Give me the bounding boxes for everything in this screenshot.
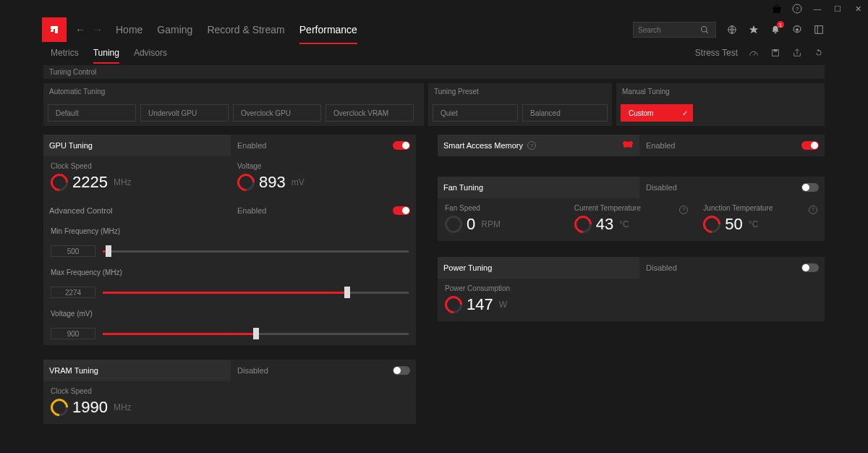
mode-custom[interactable]: Custom [621, 104, 693, 122]
tuning-preset-label: Tuning Preset [428, 83, 612, 100]
nav-back-icon[interactable]: ← [75, 24, 85, 35]
advanced-toggle[interactable] [393, 206, 410, 215]
mode-default[interactable]: Default [48, 104, 136, 122]
star-icon[interactable] [748, 24, 760, 35]
manual-tuning-label: Manual Tuning [616, 83, 825, 100]
voltage-label: Voltage [237, 162, 409, 170]
nav-performance[interactable]: Performance [299, 20, 357, 40]
max-freq-slider[interactable] [103, 292, 409, 294]
layout-icon[interactable] [813, 24, 825, 35]
power-state: Disabled [646, 263, 677, 272]
export-icon[interactable] [791, 47, 803, 59]
settings-icon[interactable] [791, 24, 803, 35]
search-box[interactable] [633, 22, 716, 38]
tuning-control-header: Tuning Control [43, 65, 825, 79]
clock-speed-value: 2225 [72, 173, 108, 192]
preset-quiet[interactable]: Quiet [433, 104, 518, 122]
svg-rect-6 [815, 26, 823, 34]
fan-tuning-title: Fan Tuning [443, 183, 483, 192]
min-freq-input[interactable]: 500 [51, 245, 95, 257]
nav-gaming[interactable]: Gaming [157, 20, 192, 40]
max-freq-input[interactable]: 2274 [51, 287, 95, 298]
clock-unit: MHz [114, 177, 132, 187]
mode-overclock-vram[interactable]: Overclock VRAM [326, 104, 414, 122]
gpu-tuning-title: GPU Tuning [49, 141, 93, 150]
preset-balanced[interactable]: Balanced [522, 104, 608, 122]
bell-icon[interactable]: 1 [770, 24, 781, 35]
svg-point-2 [702, 27, 707, 33]
fan-gauge-icon [441, 212, 466, 237]
custom-label: Custom [629, 109, 653, 117]
fan-speed-value: 0 [467, 215, 475, 234]
vram-clock-value: 1990 [72, 398, 108, 417]
promo-icon[interactable] [771, 3, 783, 14]
power-tuning-title: Power Tuning [443, 263, 492, 272]
svg-line-3 [706, 31, 707, 33]
power-label: Power Consumption [445, 284, 817, 292]
reset-icon[interactable] [813, 47, 825, 59]
voltage-unit: mV [292, 177, 305, 187]
mode-undervolt[interactable]: Undervolt GPU [140, 104, 229, 122]
automatic-tuning-label: Automatic Tuning [43, 83, 424, 100]
cur-temp-value: 43 [596, 215, 613, 234]
junc-temp-label: Junction Temperature [703, 204, 773, 212]
svg-rect-10 [773, 50, 777, 52]
voltage-value: 893 [259, 173, 286, 192]
fan-unit: RPM [481, 219, 501, 229]
help-icon[interactable]: ? [791, 3, 803, 14]
nav-record-stream[interactable]: Record & Stream [207, 20, 284, 40]
fan-toggle[interactable] [801, 183, 819, 192]
power-value: 147 [467, 295, 493, 314]
voltage-slider[interactable] [103, 333, 409, 335]
voltage-slider-label: Voltage (mV) [51, 310, 409, 318]
gpu-tuning-state: Enabled [237, 141, 266, 150]
svg-point-5 [796, 28, 799, 31]
info-icon[interactable]: ? [679, 206, 688, 214]
tab-metrics[interactable]: Metrics [51, 43, 79, 62]
fan-speed-label: Fan Speed [445, 204, 559, 212]
maximize-button[interactable]: ☐ [832, 3, 843, 14]
clock-speed-label: Clock Speed [51, 162, 222, 170]
info-icon[interactable]: ? [809, 206, 817, 214]
tab-tuning[interactable]: Tuning [93, 43, 119, 62]
vram-state: Disabled [237, 366, 268, 375]
advanced-control-label: Advanced Control [49, 206, 112, 215]
mode-overclock-gpu[interactable]: Overclock GPU [233, 104, 321, 122]
sam-title: Smart Access Memory [443, 141, 523, 150]
web-icon[interactable] [726, 24, 738, 35]
power-gauge-icon [441, 292, 466, 317]
min-freq-slider[interactable] [103, 250, 409, 253]
cur-temp-gauge-icon [571, 212, 595, 237]
search-input[interactable] [638, 26, 696, 34]
temp-unit: °C [619, 219, 629, 229]
junc-temp-gauge-icon [699, 212, 724, 237]
stress-test-label: Stress Test [695, 48, 738, 58]
close-button[interactable]: ✕ [852, 3, 864, 14]
stress-test-gauge-icon[interactable] [748, 47, 760, 59]
vram-tuning-title: VRAM Tuning [49, 366, 98, 375]
tab-advisors[interactable]: Advisors [134, 43, 167, 62]
max-freq-label: Max Frequency (MHz) [51, 268, 409, 276]
power-unit: W [499, 300, 507, 310]
sam-state: Enabled [646, 141, 675, 150]
save-icon[interactable] [770, 47, 781, 59]
notification-badge: 1 [777, 21, 784, 28]
amd-logo [42, 17, 67, 42]
voltage-gauge-icon [234, 170, 258, 195]
min-freq-label: Min Frequency (MHz) [51, 227, 409, 235]
fan-state: Disabled [646, 183, 677, 192]
nav-home[interactable]: Home [116, 20, 142, 40]
minimize-button[interactable]: — [812, 3, 823, 14]
voltage-slider-input[interactable]: 900 [51, 328, 95, 339]
vram-gauge-icon [47, 395, 72, 420]
gpu-tuning-toggle[interactable] [393, 141, 410, 150]
vram-clock-label: Clock Speed [51, 387, 409, 395]
vram-toggle[interactable] [393, 366, 410, 375]
nav-forward-icon[interactable]: → [93, 24, 103, 35]
power-toggle[interactable] [801, 263, 819, 272]
check-icon [682, 109, 688, 117]
sam-toggle[interactable] [801, 141, 819, 150]
svg-line-8 [754, 53, 756, 56]
info-icon[interactable]: ? [527, 141, 536, 150]
junc-temp-value: 50 [725, 215, 742, 234]
